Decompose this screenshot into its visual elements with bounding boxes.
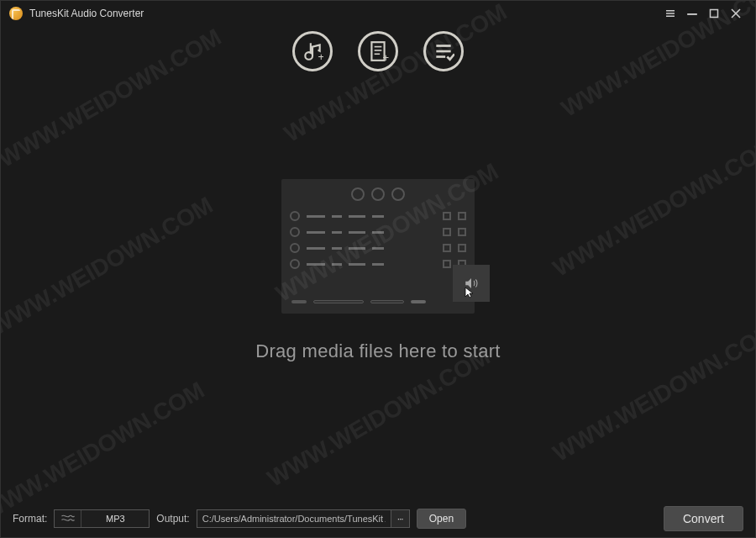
speaker-icon (453, 265, 490, 302)
convert-button[interactable]: Convert (664, 506, 743, 531)
format-label: Format: (13, 513, 47, 525)
titlebar: TunesKit Audio Converter (1, 1, 755, 26)
list-settings-button[interactable] (423, 31, 464, 71)
svg-rect-2 (666, 16, 675, 18)
footer-bar: Format: MP3 Output: ··· Open Convert (1, 500, 755, 537)
close-button[interactable] (725, 3, 747, 24)
svg-rect-0 (666, 10, 675, 12)
drop-hint-text: Drag media files here to start (255, 340, 500, 362)
svg-rect-1 (666, 13, 675, 14)
svg-text:+: + (318, 50, 324, 62)
browse-button[interactable]: ··· (391, 510, 409, 527)
format-selector[interactable]: MP3 (54, 509, 150, 528)
svg-rect-4 (711, 10, 718, 18)
app-logo-icon (9, 7, 23, 20)
add-music-button[interactable]: + (292, 31, 333, 71)
app-title: TunesKit Audio Converter (29, 8, 144, 19)
open-button[interactable]: Open (417, 509, 466, 529)
svg-rect-3 (687, 13, 697, 15)
drop-area[interactable]: Drag media files here to start (1, 87, 755, 507)
maximize-button[interactable] (703, 3, 725, 24)
output-path-input[interactable] (197, 510, 391, 527)
main-toolbar: + + (1, 26, 755, 87)
minimize-button[interactable] (681, 3, 703, 24)
format-value: MP3 (81, 514, 149, 524)
add-file-button[interactable]: + (358, 31, 398, 71)
svg-text:+: + (382, 51, 389, 62)
cursor-icon (465, 287, 475, 298)
menu-icon[interactable] (659, 3, 681, 24)
format-icon (55, 510, 81, 527)
drop-illustration (281, 179, 475, 314)
output-path-box: ··· (197, 509, 410, 528)
output-label: Output: (156, 513, 189, 525)
